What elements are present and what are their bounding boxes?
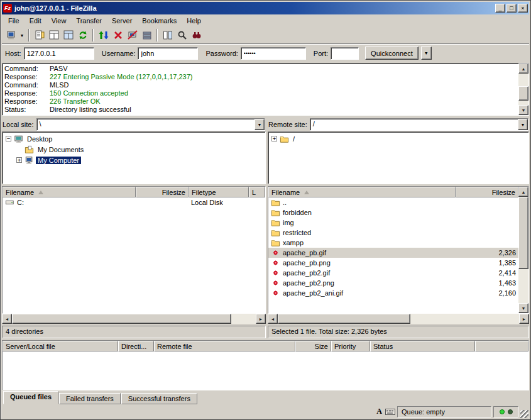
process-queue-icon[interactable] [96, 28, 111, 42]
menu-help[interactable]: Help [182, 16, 206, 26]
scroll-thumb[interactable] [518, 197, 528, 269]
tab-successful-transfers[interactable]: Successful transfers [121, 393, 197, 404]
tree-item-my-documents[interactable]: My Documents [3, 144, 265, 155]
toggle-local-tree-icon[interactable] [47, 28, 61, 42]
local-site-label: Local site: [3, 121, 34, 128]
tree-item-my-computer[interactable]: + My Computer [3, 155, 265, 165]
sort-ascending-icon [304, 191, 309, 194]
column-size[interactable]: Size [295, 341, 331, 351]
column-filename[interactable]: Filename [268, 187, 456, 197]
titlebar[interactable]: Fz john@127.0.0.1 - FileZilla _ □ × [2, 2, 529, 14]
file-row-c-drive[interactable]: C: Local Disk [3, 197, 265, 207]
file-row[interactable]: apache_pb.png 1,385 [268, 258, 518, 268]
scroll-right-icon[interactable]: ► [256, 314, 266, 324]
menu-edit[interactable]: Edit [25, 16, 47, 26]
scroll-thumb[interactable] [12, 314, 231, 324]
column-filename[interactable]: Filename [3, 187, 136, 197]
toggle-queue-icon[interactable] [140, 28, 154, 42]
host-label: Host: [5, 50, 21, 57]
menu-view[interactable]: View [47, 16, 72, 26]
file-row[interactable]: apache_pb2.gif 2,414 [268, 268, 518, 278]
site-manager-dropdown-icon[interactable]: ▼ [18, 28, 26, 42]
column-filesize[interactable]: Filesize [136, 187, 189, 197]
queue-status-panel: Queue: empty [397, 406, 491, 417]
find-icon[interactable] [175, 28, 189, 42]
column-filetype[interactable]: Filetype [189, 187, 249, 197]
close-button[interactable]: × [518, 4, 528, 13]
menu-file[interactable]: File [3, 16, 25, 26]
expand-icon[interactable]: + [271, 136, 277, 141]
folder-icon [271, 238, 280, 247]
file-search-icon[interactable] [189, 28, 204, 42]
minimize-icon: _ [498, 6, 501, 11]
tree-item-root[interactable]: + / [269, 133, 528, 144]
username-input[interactable] [138, 47, 198, 60]
refresh-icon[interactable] [75, 28, 90, 42]
directory-comparison-icon[interactable] [160, 28, 175, 42]
minimize-button[interactable]: _ [495, 4, 505, 13]
main-panes: Local site: \ ▼ − Desktop My Documents [2, 118, 529, 338]
menu-transfer[interactable]: Transfer [71, 16, 107, 26]
log-scrollbar[interactable]: ▲ ▼ [518, 64, 528, 115]
expand-icon[interactable]: + [16, 157, 22, 163]
remote-horizontal-scrollbar[interactable]: ◄ ► [268, 314, 529, 324]
local-site-combo[interactable]: \ ▼ [36, 118, 265, 131]
tree-item-desktop[interactable]: − Desktop [3, 133, 265, 144]
maximize-button[interactable]: □ [506, 4, 517, 13]
resize-grip[interactable] [520, 410, 528, 418]
file-row[interactable]: forbidden [268, 207, 518, 218]
file-row[interactable]: img [268, 218, 518, 228]
port-input[interactable] [331, 47, 359, 60]
file-row[interactable]: .. [268, 197, 518, 207]
disconnect-icon[interactable] [125, 28, 140, 42]
column-filesize[interactable]: Filesize [456, 187, 518, 197]
scroll-up-icon[interactable]: ▲ [518, 187, 528, 197]
folder-icon [271, 208, 280, 217]
chevron-down-icon[interactable]: ▼ [518, 119, 528, 130]
quickconnect-button[interactable]: Quickconnect [365, 47, 419, 60]
file-row[interactable]: xampp [268, 238, 518, 248]
toggle-remote-tree-icon[interactable] [61, 28, 75, 42]
menu-server[interactable]: Server [107, 16, 137, 26]
close-icon: × [521, 6, 524, 11]
scroll-thumb[interactable] [278, 314, 410, 324]
scroll-left-icon[interactable]: ◄ [2, 314, 12, 324]
scroll-down-icon[interactable]: ▼ [518, 303, 528, 313]
password-input[interactable] [241, 47, 306, 60]
column-direction[interactable]: Directi... [118, 341, 154, 351]
log-line: Command:PASV [4, 65, 517, 73]
tab-queued-files[interactable]: Queued files [3, 391, 58, 404]
site-manager-icon[interactable] [4, 28, 18, 42]
column-server-local-file[interactable]: Server/Local file [3, 341, 118, 351]
local-site-row: Local site: \ ▼ [2, 118, 266, 131]
file-row-selected[interactable]: apache_pb.gif 2,326 [268, 248, 518, 258]
local-tree: − Desktop My Documents + My Computer [2, 131, 266, 184]
chevron-down-icon[interactable]: ▼ [255, 119, 265, 130]
local-horizontal-scrollbar[interactable]: ◄ ► [2, 314, 266, 324]
file-row[interactable]: apache_pb2.png 1,463 [268, 278, 518, 288]
file-row[interactable]: restricted [268, 228, 518, 238]
column-last-modified[interactable]: L [249, 187, 265, 197]
column-remote-file[interactable]: Remote file [154, 341, 295, 351]
queue-body[interactable] [3, 351, 528, 390]
collapse-icon[interactable]: − [6, 136, 11, 141]
remote-site-combo[interactable]: / ▼ [310, 118, 528, 131]
file-row[interactable]: apache_pb2_ani.gif 2,160 [268, 288, 518, 298]
scroll-down-icon[interactable]: ▼ [518, 105, 528, 115]
remote-vertical-scrollbar[interactable]: ▲ ▼ [518, 187, 528, 313]
scroll-left-icon[interactable]: ◄ [268, 314, 278, 324]
column-priority[interactable]: Priority [331, 341, 370, 351]
maximize-icon: □ [510, 6, 513, 11]
column-status[interactable]: Status [370, 341, 475, 351]
tab-failed-transfers[interactable]: Failed transfers [59, 393, 121, 404]
log-line: Response:150 Connection accepted [4, 89, 517, 97]
computer-icon [25, 156, 34, 165]
scroll-up-icon[interactable]: ▲ [518, 64, 528, 74]
toggle-log-icon[interactable] [32, 28, 47, 42]
host-input[interactable] [24, 47, 94, 60]
quickconnect-dropdown-icon[interactable]: ▼ [421, 47, 432, 60]
scroll-right-icon[interactable]: ► [519, 314, 529, 324]
scroll-thumb[interactable] [518, 86, 528, 101]
menu-bookmarks[interactable]: Bookmarks [137, 16, 182, 26]
cancel-icon[interactable] [111, 28, 125, 42]
